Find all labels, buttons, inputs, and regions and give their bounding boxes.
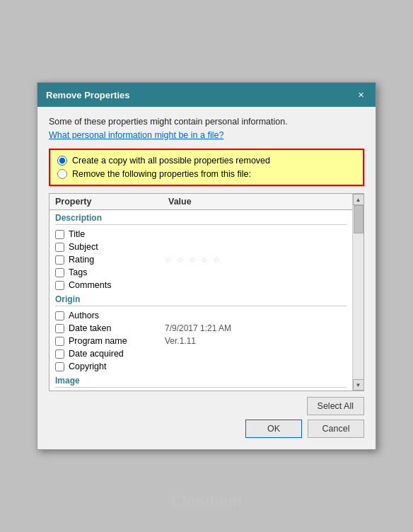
title-label: Title bbox=[69, 229, 161, 239]
date-acquired-label: Date acquired bbox=[69, 349, 161, 359]
program-name-value: Ver.1.11 bbox=[165, 336, 347, 346]
rating-checkbox[interactable] bbox=[55, 255, 64, 265]
option1-label[interactable]: Create a copy with all possible properti… bbox=[57, 156, 356, 166]
title-bar-buttons: ✕ bbox=[354, 88, 367, 101]
category-description: Description bbox=[50, 210, 352, 224]
table-row: Date taken 7/9/2017 1:21 AM bbox=[50, 322, 352, 335]
authors-checkbox[interactable] bbox=[55, 311, 64, 320]
info-link[interactable]: What personal information might be in a … bbox=[49, 130, 223, 140]
table-header: Property Value bbox=[50, 194, 352, 210]
dialog-body: Some of these properties might contain p… bbox=[37, 107, 376, 449]
table-row: Tags bbox=[50, 266, 352, 279]
table-row: Title bbox=[50, 228, 352, 241]
select-all-button[interactable]: Select All bbox=[307, 397, 364, 415]
copyright-label: Copyright bbox=[69, 362, 161, 371]
program-name-label: Program name bbox=[69, 336, 161, 346]
option2-radio[interactable] bbox=[57, 169, 67, 179]
table-row: Authors bbox=[50, 309, 352, 322]
date-taken-checkbox[interactable] bbox=[55, 324, 64, 333]
title-bar: Remove Properties ✕ bbox=[37, 83, 376, 107]
option-box: Create a copy with all possible properti… bbox=[49, 149, 364, 186]
table-row: Comments bbox=[50, 279, 352, 291]
scroll-down-arrow[interactable]: ▼ bbox=[353, 379, 364, 391]
scrollbar: ▲ ▼ bbox=[352, 194, 363, 391]
close-button[interactable]: ✕ bbox=[354, 88, 367, 101]
rating-label: Rating bbox=[69, 255, 161, 265]
copyright-checkbox[interactable] bbox=[55, 362, 64, 371]
option1-radio[interactable] bbox=[57, 156, 67, 166]
comments-checkbox[interactable] bbox=[55, 281, 64, 290]
property-table: Property Value Description Title Subject bbox=[50, 194, 352, 391]
dialog-title: Remove Properties bbox=[46, 90, 130, 100]
table-row: Date acquired bbox=[50, 347, 352, 360]
date-acquired-checkbox[interactable] bbox=[55, 349, 64, 359]
title-checkbox[interactable] bbox=[55, 230, 64, 239]
origin-divider bbox=[55, 306, 347, 306]
rating-stars: ☆ ☆ ☆ ☆ ☆ bbox=[165, 255, 347, 265]
watermark: Clondoint bbox=[170, 492, 243, 511]
scroll-track bbox=[353, 205, 363, 379]
scroll-up-arrow[interactable]: ▲ bbox=[353, 194, 364, 205]
table-row: Rating ☆ ☆ ☆ ☆ ☆ bbox=[50, 253, 352, 266]
cancel-button[interactable]: Cancel bbox=[308, 420, 364, 438]
scroll-thumb[interactable] bbox=[354, 205, 363, 233]
table-row: Program name Ver.1.11 bbox=[50, 335, 352, 347]
bottom-buttons: OK Cancel bbox=[49, 420, 364, 441]
date-taken-label: Date taken bbox=[69, 323, 161, 333]
ok-button[interactable]: OK bbox=[245, 420, 302, 438]
category-origin: Origin bbox=[50, 291, 352, 306]
table-row: Copyright bbox=[50, 360, 352, 373]
subject-label: Subject bbox=[69, 242, 161, 252]
remove-properties-dialog: Remove Properties ✕ Some of these proper… bbox=[37, 82, 376, 450]
authors-label: Authors bbox=[69, 311, 161, 320]
col-value-header: Value bbox=[168, 197, 347, 207]
description-divider bbox=[55, 224, 347, 225]
table-row: Subject bbox=[50, 241, 352, 253]
tags-checkbox[interactable] bbox=[55, 268, 64, 277]
program-name-checkbox[interactable] bbox=[55, 337, 64, 346]
option1-text: Create a copy with all possible properti… bbox=[72, 156, 270, 166]
option2-text: Remove the following properties from thi… bbox=[72, 169, 251, 179]
property-table-container: Property Value Description Title Subject bbox=[49, 193, 364, 391]
subject-checkbox[interactable] bbox=[55, 243, 64, 252]
tags-label: Tags bbox=[69, 267, 161, 277]
info-text: Some of these properties might contain p… bbox=[49, 117, 364, 127]
col-property-header: Property bbox=[55, 197, 168, 207]
comments-label: Comments bbox=[69, 280, 161, 290]
option2-label[interactable]: Remove the following properties from thi… bbox=[57, 169, 356, 179]
date-taken-value: 7/9/2017 1:21 AM bbox=[165, 323, 347, 333]
image-divider bbox=[55, 387, 347, 388]
select-all-row: Select All bbox=[49, 397, 364, 415]
category-image: Image bbox=[50, 373, 352, 387]
